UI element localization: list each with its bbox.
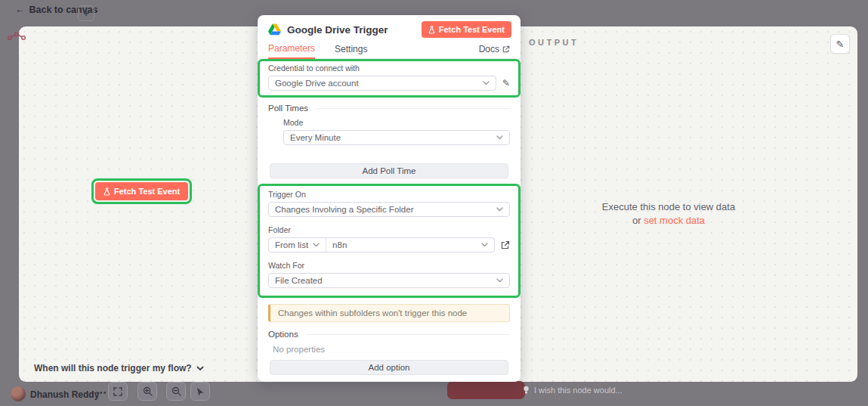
chevron-down-icon xyxy=(496,207,503,212)
user-name: Dhanush Reddy xyxy=(30,389,99,400)
poll-times-section-header: Poll Times xyxy=(268,104,510,113)
edit-credential-icon[interactable]: ✎ xyxy=(502,78,510,88)
add-poll-time-button[interactable]: Add Poll Time xyxy=(270,163,508,178)
zoom-to-fit-icon xyxy=(113,387,122,396)
dialog-tabs: Parameters Settings Docs xyxy=(258,42,520,59)
output-empty-message: Execute this node to view data or set mo… xyxy=(502,200,835,228)
zoom-out-icon xyxy=(171,386,181,396)
google-drive-icon xyxy=(268,23,281,36)
canvas-fetch-label: Fetch Test Event xyxy=(114,187,180,196)
folder-resource-locator: From list n8n xyxy=(268,237,495,253)
flask-icon xyxy=(103,188,110,196)
zoom-out-button[interactable] xyxy=(166,382,186,401)
options-section-header: Options xyxy=(268,330,510,339)
fetch-button-label: Fetch Test Event xyxy=(439,25,505,34)
watch-for-value: File Created xyxy=(275,276,323,285)
external-link-icon xyxy=(502,45,510,53)
set-mock-data-link[interactable]: set mock data xyxy=(644,215,705,226)
add-option-button[interactable]: Add option xyxy=(270,360,508,375)
tab-parameters[interactable]: Parameters xyxy=(268,43,315,59)
trigger-on-value: Changes Involving a Specific Folder xyxy=(275,205,413,214)
trigger-config-highlight-section: Trigger On Changes Involving a Specific … xyxy=(258,184,520,298)
trigger-on-label: Trigger On xyxy=(268,190,510,200)
watch-for-label: Watch For xyxy=(268,261,510,271)
dimmed-fetch-test-event-button[interactable] xyxy=(447,381,525,399)
add-poll-time-label: Add Poll Time xyxy=(363,166,416,175)
new-tab-button[interactable]: + xyxy=(78,5,94,21)
folder-mode-value: From list xyxy=(275,240,308,249)
poll-times-label: Poll Times xyxy=(268,104,308,113)
google-drive-trigger-dialog: Google Drive Trigger Fetch Test Event Pa… xyxy=(258,15,520,382)
folder-value: n8n xyxy=(332,240,347,249)
credential-label: Credential to connect with xyxy=(268,64,510,73)
subfolder-warning-notice: Changes within subfolders won't trigger … xyxy=(268,304,510,322)
output-message-or: or xyxy=(632,215,641,226)
zoom-in-button[interactable] xyxy=(137,382,157,401)
chevron-down-icon xyxy=(496,135,503,140)
footer-question-label: When will this node trigger my flow? xyxy=(34,363,192,373)
pencil-icon: ✎ xyxy=(836,39,845,50)
chevron-down-icon xyxy=(483,81,490,85)
open-folder-external-icon[interactable] xyxy=(501,240,510,249)
trigger-on-select[interactable]: Changes Involving a Specific Folder xyxy=(268,202,510,217)
fetch-test-event-highlight: Fetch Test Event xyxy=(91,178,192,204)
options-label: Options xyxy=(268,330,298,339)
credential-value: Google Drive account xyxy=(275,79,359,88)
back-arrow-icon: ← xyxy=(15,5,25,15)
dialog-header: Google Drive Trigger Fetch Test Event xyxy=(258,15,520,42)
chevron-down-icon xyxy=(313,243,320,247)
edit-output-button[interactable]: ✎ xyxy=(830,34,850,54)
mode-label: Mode xyxy=(283,118,510,128)
dialog-title: Google Drive Trigger xyxy=(287,24,415,36)
output-message-line1: Execute this node to view data xyxy=(502,200,835,214)
user-menu-dots[interactable]: ••• xyxy=(96,388,107,397)
chevron-down-icon xyxy=(196,366,204,371)
n8n-logo-icon xyxy=(8,31,26,41)
chevron-down-icon xyxy=(481,243,488,247)
output-panel-header: OUTPUT xyxy=(529,38,579,47)
folder-mode-select[interactable]: From list xyxy=(269,238,326,252)
user-avatar[interactable] xyxy=(11,386,26,401)
node-feedback-link[interactable]: I wish this node would... xyxy=(523,386,622,395)
options-empty-text: No properties xyxy=(273,345,510,354)
cursor-pointer-icon xyxy=(196,387,205,396)
fetch-test-event-button[interactable]: Fetch Test Event xyxy=(422,21,511,38)
zoom-to-fit-button[interactable] xyxy=(108,382,128,401)
zoom-in-icon xyxy=(143,386,153,396)
chevron-down-icon xyxy=(496,278,503,283)
credential-select[interactable]: Google Drive account xyxy=(268,76,496,91)
wish-text: I wish this node would... xyxy=(534,386,622,395)
plus-icon: + xyxy=(83,8,89,19)
lightbulb-icon xyxy=(523,386,530,395)
credential-highlight-section: Credential to connect with Google Drive … xyxy=(258,59,520,98)
folder-value-select[interactable]: n8n xyxy=(326,238,494,252)
add-option-label: Add option xyxy=(369,363,410,372)
mode-value: Every Minute xyxy=(290,133,341,142)
docs-link[interactable]: Docs xyxy=(479,44,510,58)
folder-label: Folder xyxy=(268,225,510,235)
reset-view-button[interactable] xyxy=(190,382,210,401)
canvas-fetch-test-event-button[interactable]: Fetch Test Event xyxy=(95,182,188,200)
node-trigger-help-toggle[interactable]: When will this node trigger my flow? xyxy=(34,363,204,373)
tab-settings[interactable]: Settings xyxy=(335,44,367,58)
flask-icon xyxy=(428,26,435,34)
watch-for-select[interactable]: File Created xyxy=(268,273,510,288)
docs-label: Docs xyxy=(479,44,499,54)
mode-select[interactable]: Every Minute xyxy=(283,130,510,145)
